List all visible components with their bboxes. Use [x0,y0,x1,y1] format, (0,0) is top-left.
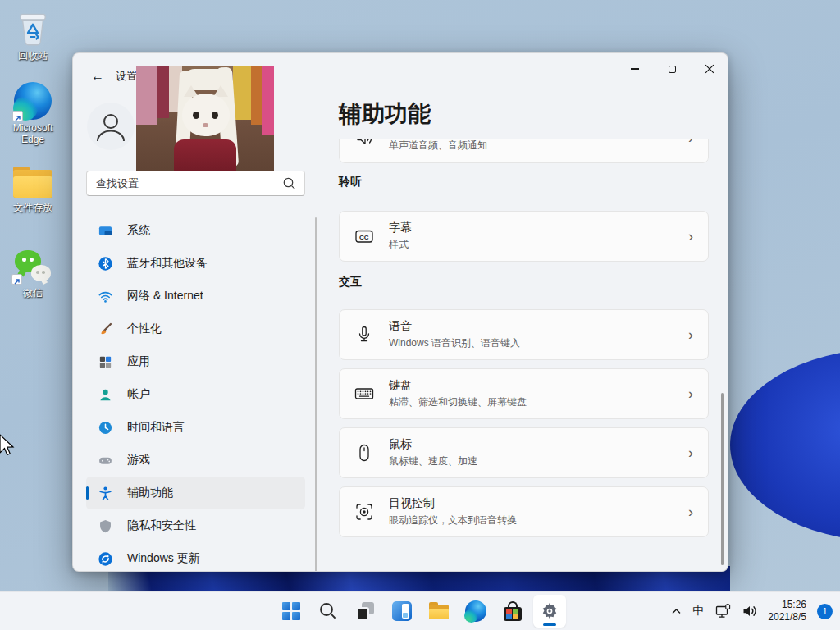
task-view-button[interactable] [349,595,381,628]
sidebar-item-time-language[interactable]: 时间和语言 [86,411,305,444]
sidebar-item-label: Windows 更新 [127,551,200,566]
tray-time: 15:26 [768,599,806,611]
chevron-right-icon: › [688,445,693,460]
apps-icon [97,354,113,370]
wallpaper-bloom-blob [730,349,840,541]
edge-button[interactable] [459,595,492,628]
close-icon [705,64,714,74]
chevron-right-icon: › [688,229,693,244]
card-subtitle: 鼠标键、速度、加速 [389,454,477,468]
shield-icon [97,518,113,534]
bluetooth-icon [97,255,113,272]
gear-icon [539,600,560,622]
folder-icon [12,167,53,199]
ime-indicator[interactable]: 中 [692,604,704,619]
volume-tray-button[interactable] [742,604,757,619]
tray-chevron-up[interactable] [671,607,682,616]
task-view-icon [354,600,376,622]
sidebar-item-label: 蓝牙和其他设备 [127,256,208,271]
sidebar-item-label: 隐私和安全性 [127,518,196,533]
sidebar-scrollbar[interactable] [315,217,317,572]
desktop-icon-label: 微信 [23,287,43,299]
chevron-right-icon: › [688,504,693,519]
search-input[interactable] [87,177,282,189]
tray-clock[interactable]: 15:26 2021/8/5 [768,599,806,623]
sidebar-item-bluetooth-devices[interactable]: 蓝牙和其他设备 [86,247,305,280]
wechat-icon [13,249,52,285]
chevron-right-icon: › [688,327,693,342]
sidebar-item-accessibility[interactable]: 辅助功能 [86,477,305,509]
captions-icon: CC [354,226,375,247]
widgets-button[interactable] [386,595,418,628]
close-button[interactable] [692,57,727,81]
sidebar-item-network-internet[interactable]: 网络 & Internet [86,280,305,313]
card-title: 语音 [389,319,520,334]
settings-card-audio-clipped[interactable]: 单声道音频、音频通知 › [339,139,709,163]
settings-card-mouse[interactable]: 鼠标 鼠标键、速度、加速 › [339,427,709,478]
desktop-icon-folder[interactable]: 文件存放 [3,167,62,213]
desktop-icon-edge[interactable]: Microsoft Edge [3,82,62,145]
sidebar-item-label: 应用 [127,354,150,369]
desktop-icon-label: 回收站 [18,50,48,62]
card-subtitle: 样式 [389,238,412,252]
wifi-icon [97,288,113,304]
accessibility-icon [97,485,113,501]
shortcut-arrow-icon [11,274,22,285]
mouse-icon [354,442,375,463]
back-button[interactable]: ← [84,65,111,88]
maximize-button[interactable] [655,57,689,81]
sidebar-item-windows-update[interactable]: Windows 更新 [86,542,305,572]
keyboard-icon [354,383,375,404]
sidebar-item-apps[interactable]: 应用 [86,345,305,378]
chevron-up-icon [671,607,682,616]
sidebar-item-label: 网络 & Internet [127,289,203,304]
sidebar-item-personalization[interactable]: 个性化 [86,313,305,345]
card-subtitle: Windows 语音识别、语音键入 [389,336,520,350]
minimize-icon [631,68,639,69]
store-button[interactable] [496,595,529,628]
active-app-indicator [543,623,556,626]
start-button[interactable] [275,595,308,628]
sidebar-item-gaming[interactable]: 游戏 [86,444,305,477]
windows-logo-icon [282,602,300,620]
sidebar-item-privacy-security[interactable]: 隐私和安全性 [86,509,305,542]
avatar[interactable] [87,103,135,150]
settings-card-speech[interactable]: 语音 Windows 语音识别、语音键入 › [339,309,709,360]
settings-nav: 系统 蓝牙和其他设备 网络 & Internet 个性化 应用 [86,214,305,572]
tray-date: 2021/8/5 [768,611,806,623]
sidebar-item-label: 辅助功能 [127,486,173,500]
settings-window: ← 设置 [72,52,728,572]
clock-icon [97,419,113,436]
desktop-icon-recycle-bin[interactable]: 回收站 [3,5,62,62]
network-tray-button[interactable] [714,604,731,619]
minimize-button[interactable] [618,57,652,81]
settings-card-eye-control[interactable]: 目视控制 眼动追踪仪，文本到语音转换 › [339,486,709,537]
window-title: 设置 [116,69,137,84]
widgets-icon [392,601,412,621]
card-subtitle: 粘滞、筛选和切换键、屏幕键盘 [389,395,527,409]
person-icon [87,103,135,150]
desktop-icon-wechat[interactable]: 微信 [3,249,62,299]
microphone-icon [354,324,375,345]
card-subtitle: 眼动追踪仪，文本到语音转换 [389,514,517,527]
desktop-icon-label: Microsoft Edge [3,122,62,145]
settings-button[interactable] [533,595,566,628]
sidebar-item-system[interactable]: 系统 [86,214,305,247]
card-subtitle: 单声道音频、音频通知 [389,139,487,153]
sidebar-item-label: 个性化 [127,322,162,336]
card-title: 鼠标 [389,437,477,452]
settings-card-captions[interactable]: CC 字幕 样式 › [339,211,709,262]
speaker-icon [742,604,757,619]
taskbar: 中 15:26 2021/8/5 1 [0,591,840,630]
system-icon [97,222,113,239]
notification-badge[interactable]: 1 [817,604,833,619]
content-scrollbar[interactable] [721,393,724,565]
file-explorer-button[interactable] [422,595,455,628]
sidebar-item-label: 系统 [127,223,150,238]
taskbar-search-button[interactable] [312,595,345,628]
search-icon[interactable] [282,176,296,190]
sidebar-item-accounts[interactable]: 帐户 [86,378,305,411]
accounts-icon [97,386,113,403]
settings-card-keyboard[interactable]: 键盘 粘滞、筛选和切换键、屏幕键盘 › [339,368,709,419]
sidebar-item-label: 时间和语言 [127,420,185,435]
